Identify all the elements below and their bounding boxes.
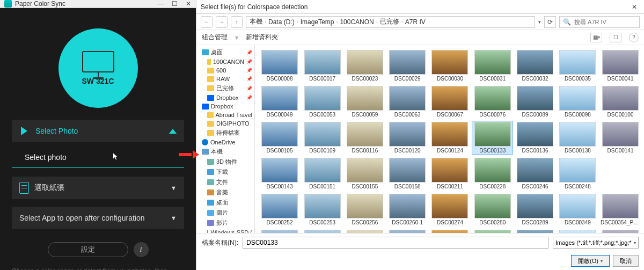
file-item[interactable]: DSC00076 bbox=[472, 85, 513, 118]
nav-up-button[interactable]: ↑ bbox=[231, 16, 243, 28]
select-photo-button[interactable]: Select photo bbox=[12, 147, 184, 168]
organize-menu[interactable]: 組合管理 bbox=[202, 33, 228, 42]
breadcrumb-dropdown[interactable]: ▾ bbox=[538, 19, 541, 25]
file-item[interactable]: DSC00256 bbox=[345, 193, 385, 226]
file-item[interactable]: DSC00120 bbox=[387, 121, 428, 154]
file-item[interactable]: DSC00053 bbox=[302, 85, 342, 118]
file-item[interactable]: DSC00141 bbox=[600, 121, 641, 154]
tree-item[interactable]: 100CANON📌 bbox=[196, 57, 254, 66]
breadcrumb-item[interactable]: ImageTemp bbox=[301, 18, 334, 26]
filetype-select[interactable]: Images (*.tif;*.tiff;*.png;*.jpg;* ▾ bbox=[553, 237, 639, 249]
file-item[interactable]: DSC00063 bbox=[387, 85, 428, 118]
preview-pane-button[interactable]: ☐ bbox=[610, 33, 621, 42]
tree-item[interactable]: 音樂 bbox=[196, 187, 254, 198]
file-item[interactable]: DSC00211 bbox=[430, 157, 470, 190]
file-item[interactable]: DSC00067 bbox=[430, 85, 470, 118]
file-item[interactable]: DSC00252 bbox=[259, 193, 300, 226]
tree-item[interactable]: 影片 bbox=[196, 218, 254, 228]
file-item[interactable]: DSC00398 bbox=[387, 229, 428, 233]
file-item[interactable]: DSC00274 bbox=[430, 193, 470, 226]
file-item[interactable]: DSC00049 bbox=[259, 85, 300, 118]
file-item[interactable]: DSC00100 bbox=[600, 85, 641, 118]
tree-item[interactable]: 待傳檔案 bbox=[196, 128, 254, 138]
file-item[interactable]: DSC00228 bbox=[472, 157, 513, 190]
file-item[interactable]: DSC00032 bbox=[515, 49, 555, 82]
select-paper-section[interactable]: 選取紙張 ▼ bbox=[12, 177, 184, 199]
file-item[interactable]: DSC00248 bbox=[558, 157, 598, 190]
file-item[interactable]: DSC00138 bbox=[558, 121, 598, 154]
file-item[interactable]: DSC00415 bbox=[600, 229, 641, 233]
file-item[interactable]: DSC00023 bbox=[345, 49, 385, 82]
tree-item[interactable]: Abroad Travel bbox=[196, 111, 254, 119]
refresh-button[interactable]: ⟳ bbox=[544, 16, 556, 28]
breadcrumb-item[interactable]: Data (D:) bbox=[268, 18, 295, 26]
file-item[interactable]: DSC00413 bbox=[558, 229, 598, 233]
file-item[interactable]: DSC00008 bbox=[259, 49, 300, 82]
search-input[interactable] bbox=[574, 19, 636, 25]
select-photo-section[interactable]: Select Photo bbox=[12, 120, 184, 142]
search-box[interactable]: 🔍 bbox=[559, 16, 640, 28]
file-item[interactable]: DSC00280 bbox=[472, 193, 513, 226]
tree-item[interactable]: 3D 物件 bbox=[196, 157, 254, 167]
file-item[interactable]: DSC00031 bbox=[472, 49, 513, 82]
file-item[interactable]: DSC00017 bbox=[302, 49, 342, 82]
configure-button[interactable]: 設定 bbox=[48, 242, 128, 257]
tree-item[interactable]: Windows-SSD ( bbox=[196, 228, 254, 233]
maximize-button[interactable]: ☐ bbox=[171, 0, 178, 8]
file-item[interactable]: DSC00059 bbox=[345, 85, 385, 118]
file-item[interactable]: DSC00105 bbox=[259, 121, 300, 154]
breadcrumb-item[interactable]: 100CANON bbox=[340, 18, 374, 26]
file-item[interactable]: DSC00158 bbox=[387, 157, 428, 190]
breadcrumb-item[interactable]: 已完修 bbox=[380, 17, 399, 26]
file-item[interactable]: DSC00289 bbox=[515, 193, 555, 226]
file-item[interactable]: DSC00098 bbox=[558, 85, 598, 118]
file-item[interactable]: DSC00089 bbox=[515, 85, 555, 118]
file-item[interactable]: DSC00041 bbox=[600, 49, 641, 82]
file-item[interactable]: DSC00407 bbox=[472, 229, 513, 233]
file-grid[interactable]: DSC00008DSC00017DSC00023DSC00029DSC00030… bbox=[255, 45, 644, 233]
file-item[interactable]: DSC00394 bbox=[345, 229, 385, 233]
filename-input[interactable] bbox=[243, 237, 548, 249]
file-item[interactable]: DSC00035 bbox=[558, 49, 598, 82]
file-item[interactable]: DSC00411 bbox=[515, 229, 555, 233]
dialog-close-button[interactable]: ✕ bbox=[629, 3, 640, 11]
file-item[interactable]: DSC00136 bbox=[515, 121, 555, 154]
tree-item[interactable]: RAW📌 bbox=[196, 75, 254, 83]
tree-item[interactable]: 已完修📌 bbox=[196, 83, 254, 93]
file-item[interactable]: DSC00393 bbox=[302, 229, 342, 233]
open-button[interactable]: 開啟(O) ▾ bbox=[571, 255, 610, 267]
file-item[interactable]: DSC00143 bbox=[259, 157, 300, 190]
nav-forward-button[interactable]: → bbox=[216, 16, 228, 28]
breadcrumb-item[interactable]: A7R IV bbox=[405, 18, 426, 26]
tree-item[interactable]: 桌面📌 bbox=[196, 47, 254, 57]
tree-item[interactable]: OneDrive bbox=[196, 138, 254, 147]
minimize-button[interactable]: — bbox=[157, 0, 164, 8]
file-item[interactable]: DSC00133 bbox=[472, 121, 513, 154]
file-item[interactable]: DSC00116 bbox=[345, 121, 385, 154]
tree-item[interactable]: DIGIPHOTO bbox=[196, 119, 254, 128]
tree-item[interactable]: 圖片 bbox=[196, 208, 254, 218]
file-item[interactable]: DSC00374_PSM bbox=[259, 229, 300, 233]
info-button[interactable]: i bbox=[134, 242, 149, 257]
file-item[interactable]: DSC00403 bbox=[430, 229, 470, 233]
help-button[interactable]: ? bbox=[629, 33, 639, 42]
file-item[interactable]: DSC00029 bbox=[387, 49, 428, 82]
tree-item[interactable]: 文件 bbox=[196, 177, 254, 187]
nav-back-button[interactable]: ← bbox=[201, 16, 213, 28]
breadcrumb[interactable]: 本機 › Data (D:) › ImageTemp › 100CANON › … bbox=[246, 16, 535, 28]
file-item[interactable]: DSC00155 bbox=[345, 157, 385, 190]
close-button[interactable]: ✕ bbox=[185, 0, 192, 8]
file-item[interactable]: DSC00349 bbox=[558, 193, 598, 226]
folder-tree[interactable]: 桌面📌100CANON📌600📌RAW📌已完修📌Dropbox📌DropboxA… bbox=[196, 45, 255, 233]
tree-item[interactable]: Dropbox📌 bbox=[196, 93, 254, 102]
tree-item[interactable]: 桌面 bbox=[196, 198, 254, 208]
tree-item[interactable]: 本機 bbox=[196, 147, 254, 157]
file-item[interactable]: DSC00354_PSMS bbox=[600, 193, 641, 226]
file-item[interactable]: DSC00253 bbox=[302, 193, 342, 226]
select-app-section[interactable]: Select App to open after configuration ▼ bbox=[12, 207, 184, 229]
tree-item[interactable]: 600📌 bbox=[196, 66, 254, 75]
view-mode-button[interactable]: ▦ ▾ bbox=[590, 33, 602, 42]
file-item[interactable]: DSC00109 bbox=[302, 121, 342, 154]
file-item[interactable]: DSC00030 bbox=[430, 49, 470, 82]
file-item[interactable]: DSC00151 bbox=[302, 157, 342, 190]
